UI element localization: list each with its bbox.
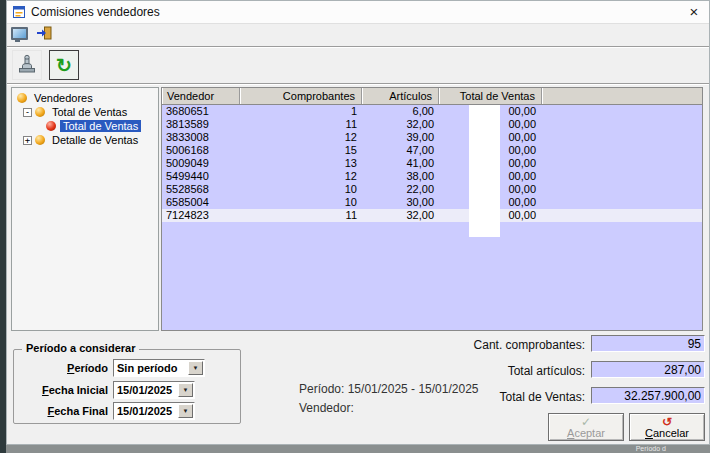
table-cell: 30,00 [362, 196, 439, 209]
fecha-final-field: Fecha Final 15/01/2025 ▼ [16, 402, 195, 420]
tree-item-label: Total de Ventas [60, 120, 141, 132]
dropdown-arrow-icon[interactable]: ▼ [188, 361, 203, 375]
tree-node-icon [46, 121, 56, 131]
table-cell: 38,00 [362, 170, 439, 183]
sales-table-body: 368065116,0000,0038135891132,0000,003833… [162, 105, 702, 222]
close-button[interactable]: × [679, 2, 709, 22]
table-cell: 5006168 [162, 144, 240, 157]
total-articulos-label: Total artículos: [508, 364, 585, 378]
table-cell: 47,00 [362, 144, 439, 157]
period-select[interactable]: Sin período ▼ [113, 359, 205, 377]
fecha-inicial-value: 15/01/2025 [114, 382, 177, 398]
title-bar[interactable]: Comisiones vendedores × [7, 1, 709, 24]
table-row[interactable]: 38330081239,0000,00 [162, 131, 702, 144]
tree-item-label: Vendedores [31, 92, 96, 104]
tree-item[interactable]: +Detalle de Ventas [12, 133, 158, 147]
table-row[interactable]: 54994401238,0000,00 [162, 170, 702, 183]
accept-button-label: Aceptar [567, 428, 605, 439]
table-cell: 15 [240, 144, 362, 157]
period-label: Período [16, 362, 113, 374]
table-row[interactable]: 55285681022,0000,00 [162, 183, 702, 196]
table-row[interactable]: 71248231132,0000,00 [162, 209, 702, 222]
toolbar-top [9, 25, 54, 44]
cant-comprobantes-value: 95 [591, 335, 705, 352]
tree-item-label: Total de Ventas [49, 106, 130, 118]
table-cell: 3680651 [162, 105, 240, 118]
table-cell-filler [542, 105, 702, 118]
table-cell: 12 [240, 170, 362, 183]
undo-icon: ↺ [662, 416, 672, 428]
table-cell: 11 [240, 209, 362, 222]
table-cell-filler [542, 144, 702, 157]
table-row[interactable]: 65850041030,0000,00 [162, 196, 702, 209]
table-cell: 10 [240, 183, 362, 196]
fecha-final-label: Fecha Final [16, 405, 113, 417]
period-summary-text: Período: 15/01/2025 - 15/01/2025 [299, 382, 478, 396]
dropdown-arrow-icon[interactable]: ▼ [178, 404, 193, 418]
column-header-articulos[interactable]: Artículos [362, 88, 439, 104]
period-field: Período Sin período ▼ [16, 359, 205, 377]
total-ventas-value: 32.257.900,00 [591, 387, 705, 404]
fecha-inicial-field: Fecha Inicial 15/01/2025 ▼ [16, 381, 195, 399]
collapse-icon[interactable]: - [23, 108, 32, 117]
dropdown-arrow-icon[interactable]: ▼ [178, 383, 193, 397]
table-cell: 3813589 [162, 118, 240, 131]
tree: Vendedores-Total de VentasTotal de Venta… [11, 87, 159, 331]
refresh-icon: ↻ [56, 56, 72, 75]
screen-button[interactable] [9, 25, 30, 44]
fecha-final-select[interactable]: 15/01/2025 ▼ [113, 402, 195, 420]
check-icon: ✓ [581, 416, 591, 428]
table-cell-filler [542, 209, 702, 222]
fecha-inicial-label: Fecha Inicial [16, 384, 113, 396]
table-cell-filler [542, 183, 702, 196]
refresh-button[interactable]: ↻ [49, 50, 79, 80]
table-cell: 41,00 [362, 157, 439, 170]
content-separator [7, 83, 709, 85]
table-cell: 13 [240, 157, 362, 170]
table-cell-filler [542, 196, 702, 209]
table-row[interactable]: 38135891132,0000,00 [162, 118, 702, 131]
tree-item[interactable]: Total de Ventas [12, 119, 158, 133]
cancel-button[interactable]: ↺ Cancelar [629, 413, 705, 441]
exit-button[interactable] [33, 25, 54, 44]
cant-comprobantes-label: Cant. comprobantes: [474, 338, 585, 352]
total-articulos-value: 287,00 [591, 361, 705, 378]
toolbar-separator [7, 46, 709, 48]
tree-item-label: Detalle de Ventas [49, 134, 141, 146]
table-cell: 32,00 [362, 209, 439, 222]
column-header-total-ventas[interactable]: Total de Ventas [439, 88, 542, 104]
table-header: Vendedor Comprobantes Artículos Total de… [162, 88, 702, 105]
fecha-final-value: 15/01/2025 [114, 403, 177, 419]
table-cell: 39,00 [362, 131, 439, 144]
table-cell-filler [542, 157, 702, 170]
table-cell: 12 [240, 131, 362, 144]
table-row[interactable]: 368065116,0000,00 [162, 105, 702, 118]
accept-button[interactable]: ✓ Aceptar [548, 413, 624, 441]
table-cell-filler [542, 118, 702, 131]
table-cell: 5009049 [162, 157, 240, 170]
table-row[interactable]: 50061681547,0000,00 [162, 144, 702, 157]
toolbar-main: ↻ [12, 50, 79, 81]
tree-item[interactable]: -Total de Ventas [12, 105, 158, 119]
table-cell: 22,00 [362, 183, 439, 196]
table-cell: 7124823 [162, 209, 240, 222]
tree-item[interactable]: Vendedores [12, 91, 158, 105]
table-cell: 11 [240, 118, 362, 131]
period-groupbox: Período a considerar Período Sin período… [13, 349, 241, 424]
column-header-filler [542, 88, 702, 104]
table-row[interactable]: 50090491341,0000,00 [162, 157, 702, 170]
table-cell: 5499440 [162, 170, 240, 183]
table-cell: 3833008 [162, 131, 240, 144]
fecha-inicial-select[interactable]: 15/01/2025 ▼ [113, 381, 195, 399]
column-header-comprobantes[interactable]: Comprobantes [240, 88, 362, 104]
table-cell: 5528568 [162, 183, 240, 196]
expand-icon[interactable]: + [23, 136, 32, 145]
column-header-vendedor[interactable]: Vendedor [162, 88, 240, 104]
table-cell: 1 [240, 105, 362, 118]
monitor-icon [11, 27, 28, 40]
stamp-button[interactable] [12, 50, 42, 80]
status-strip: Período d [6, 445, 710, 453]
tree-node-icon [35, 107, 45, 117]
whiteout-overlay [469, 105, 500, 237]
period-select-value: Sin período [114, 360, 187, 376]
